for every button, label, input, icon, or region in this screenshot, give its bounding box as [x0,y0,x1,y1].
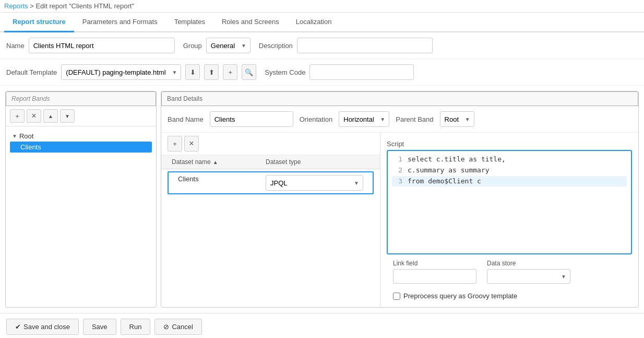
name-label: Name [6,42,25,50]
orientation-select[interactable]: Horizontal Vertical [339,111,389,127]
script-inner: Script 1select c.title as title, 2c.summ… [380,133,638,307]
line-num-3: 3 [392,176,402,187]
bands-tree: ▼ Root Clients [6,126,156,307]
move-band-down-btn[interactable]: ▼ [60,109,75,123]
template-section: Default Template (DEFAULT) paging-templa… [0,59,644,86]
dataset-type-select[interactable]: JPQL SQL Groovy [266,175,363,191]
add-band-btn[interactable]: + [10,109,25,123]
line-num-2: 2 [392,165,402,176]
band-name-label: Band Name [168,115,204,123]
breadcrumb: Reports > Edit report "Clients HTML repo… [4,2,640,10]
template-select[interactable]: (DEFAULT) paging-template.html [61,64,181,80]
report-bands-panel: Report Bands + × ▲ ▼ ▼ Root Clients [5,91,157,308]
description-row: Description [259,38,433,53]
col-dataset-type-header: Dataset type [261,155,374,169]
system-code-input[interactable] [309,64,414,80]
script-line-3: 3from demo$Client c [392,176,627,187]
add-dataset-btn[interactable]: + [168,136,182,151]
tree-item-clients[interactable]: Clients [10,142,152,153]
top-bar: Reports > Edit report "Clients HTML repo… [0,0,644,13]
name-row: Name [6,38,175,53]
run-button[interactable]: Run [121,319,151,335]
template-download-btn[interactable]: ⬇ [185,64,200,80]
breadcrumb-current: Edit report "Clients HTML report" [35,2,134,10]
preprocess-label: Preprocess query as Groovy template [403,292,517,300]
link-field-label: Link field [393,260,476,267]
band-details-panel: Band Details Band Name Orientation Horiz… [161,91,639,308]
tab-report-structure[interactable]: Report structure [4,13,74,32]
tree-item-root[interactable]: ▼ Root [10,131,152,142]
clients-label: Clients [20,143,41,151]
checkmark-icon: ✔ [15,323,21,331]
default-template-label: Default Template [6,68,57,76]
tab-parameters-formats[interactable]: Parameters and Formats [74,13,166,32]
remove-band-btn[interactable]: × [27,109,41,123]
bottom-bar: ✔ Save and close Save Run ⊘ Cancel [0,313,644,338]
save-button[interactable]: Save [83,319,116,335]
table-row[interactable]: Clients JPQL SQL Groovy [168,171,374,194]
remove-dataset-btn[interactable]: × [184,136,199,151]
col-dataset-name-header: Dataset name ▲ [168,155,261,169]
template-row: Default Template (DEFAULT) paging-templa… [6,64,256,80]
system-code-row: System Code [265,64,414,80]
move-band-up-btn[interactable]: ▲ [43,109,58,123]
main-content: Report Bands + × ▲ ▼ ▼ Root Clients Band… [0,86,644,313]
band-name-input[interactable] [210,111,293,127]
orientation-select-wrapper: Horizontal Vertical [339,111,389,127]
col-dataset-type-label: Dataset type [266,158,301,166]
root-label: Root [19,132,33,140]
template-select-wrapper: (DEFAULT) paging-template.html [61,64,181,80]
cancel-button[interactable]: ⊘ Cancel [154,319,201,335]
group-select-wrapper: General [206,38,251,53]
report-bands-label: Report Bands [11,95,50,102]
dataset-section: + × Dataset name ▲ Dataset type Clients [161,133,380,307]
tab-templates[interactable]: Templates [166,13,213,32]
cancel-label: Cancel [172,323,193,331]
report-bands-header: Report Bands [6,91,156,106]
root-arrow: ▼ [12,133,17,139]
data-store-group: Data store [487,260,570,284]
cell-dataset-name: Clients [175,172,263,193]
preprocess-row: Preprocess query as Groovy template [387,289,632,303]
script-editor[interactable]: 1select c.title as title, 2c.summary as … [387,150,632,254]
data-store-select-wrapper [487,269,570,284]
template-upload-btn[interactable]: ⬆ [204,64,219,80]
description-input[interactable] [297,38,433,53]
breadcrumb-separator: > [30,2,34,10]
band-details-header: Band Details [161,91,638,106]
system-code-label: System Code [265,68,305,76]
data-store-label: Data store [487,260,570,267]
template-search-btn[interactable]: 🔍 [242,64,256,80]
save-close-button[interactable]: ✔ Save and close [6,319,79,335]
band-name-row: Band Name Orientation Horizontal Vertica… [161,106,638,133]
col-dataset-name-label: Dataset name [172,158,211,166]
preprocess-checkbox[interactable] [393,293,400,300]
name-input[interactable] [29,38,175,53]
sort-icon: ▲ [213,159,218,165]
parent-band-label: Parent Band [396,115,433,123]
script-section: Script 1select c.title as title, 2c.summ… [380,133,638,307]
description-label: Description [259,42,293,50]
group-label: Group [183,42,202,50]
parent-band-select-wrapper: Root [440,111,474,127]
script-line-2: 2c.summary as summary [392,165,627,176]
orientation-label: Orientation [300,115,333,123]
bands-toolbar: + × ▲ ▼ [6,106,156,126]
cell-dataset-type: JPQL SQL Groovy [263,172,366,193]
band-details-label: Band Details [167,95,202,102]
data-store-select[interactable] [487,269,570,284]
parent-band-select[interactable]: Root [440,111,474,127]
group-row: Group General [183,38,251,53]
breadcrumb-reports-link[interactable]: Reports [4,2,28,10]
group-select[interactable]: General [206,38,251,53]
lower-fields: Link field Data store [387,254,632,289]
save-close-label: Save and close [23,323,70,331]
script-label: Script [387,137,632,150]
script-line-1: 1select c.title as title, [392,154,627,165]
tab-roles-screens[interactable]: Roles and Screens [213,13,288,32]
dataset-type-select-wrapper: JPQL SQL Groovy [266,175,363,191]
template-add-btn[interactable]: + [223,64,237,80]
link-field-input[interactable] [393,269,476,284]
tab-localization[interactable]: Localization [288,13,340,32]
link-field-group: Link field [393,260,476,284]
